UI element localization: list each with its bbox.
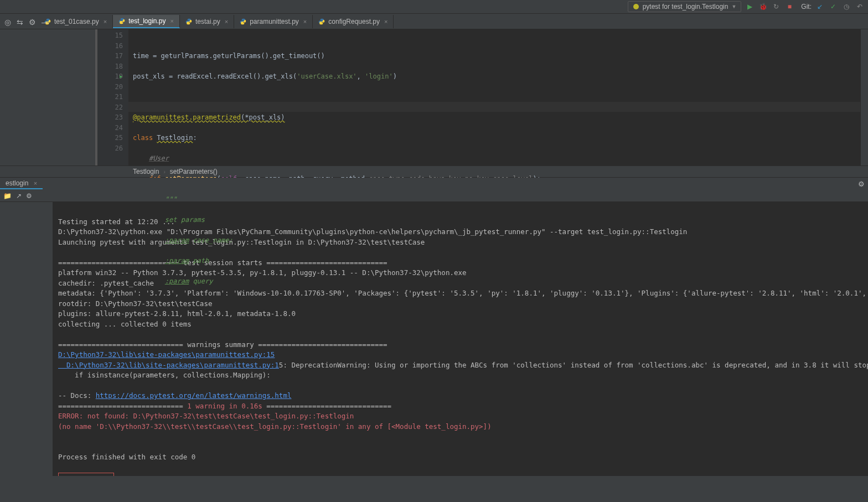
docs-link[interactable]: https://docs.pytest.org/en/latest/warnin… xyxy=(96,391,292,400)
empty-suite-badge: Empty suite xyxy=(58,473,114,476)
run-gutter-icon[interactable]: ▶ xyxy=(120,71,122,82)
run-panel-tabs: estlogin × ⚙ xyxy=(0,178,868,190)
run-config-selector[interactable]: pytest for test_login.Testlogin ▼ xyxy=(628,1,742,12)
top-toolbar: pytest for test_login.Testlogin ▼ ▶ 🐞 ↻ … xyxy=(0,0,868,14)
python-icon xyxy=(318,18,325,25)
chevron-down-icon: ▼ xyxy=(731,4,736,9)
project-sidebar-collapsed xyxy=(0,29,95,165)
git-history-button[interactable]: ◷ xyxy=(841,2,851,12)
tab-label: estlogin xyxy=(6,179,28,187)
python-icon xyxy=(118,18,125,24)
line-number: 15 xyxy=(97,30,123,41)
line-number: 21 xyxy=(97,92,123,102)
tab-paramunittest[interactable]: paramunittest.py × xyxy=(234,15,313,28)
scroll-marker-bar[interactable] xyxy=(860,29,868,165)
git-label: Git: xyxy=(801,3,812,11)
target-icon[interactable]: ◎ xyxy=(4,18,11,27)
tab-label: test_01case.py xyxy=(54,18,99,25)
line-number: 16 xyxy=(97,41,123,51)
line-gutter[interactable]: 15 16 17 18 19 20 21 22 23 24 25 26 ▶ xyxy=(97,29,128,165)
warning-link[interactable]: D:\Python37-32\lib\site-packages\paramun… xyxy=(58,361,279,369)
line-number: 17 xyxy=(97,51,123,61)
line-number: 18 xyxy=(97,61,123,72)
run-config-label: pytest for test_login.Testlogin xyxy=(643,3,728,11)
tab-label: test_login.py xyxy=(128,17,166,25)
close-icon[interactable]: × xyxy=(225,18,228,25)
line-number: 25 xyxy=(97,133,123,143)
close-icon[interactable]: × xyxy=(384,18,388,25)
editor[interactable]: 15 16 17 18 19 20 21 22 23 24 25 26 ▶ ti… xyxy=(0,29,868,165)
current-line-highlight xyxy=(128,102,860,112)
tab-configrequest[interactable]: configRequest.py × xyxy=(313,15,394,28)
tab-test-login[interactable]: test_login.py × xyxy=(113,15,180,28)
close-icon[interactable]: × xyxy=(104,18,107,25)
settings-icon[interactable]: ⚙ xyxy=(29,18,36,27)
line-number: 20 xyxy=(97,82,123,92)
run-tab-testlogin[interactable]: estlogin × xyxy=(0,178,43,189)
line-number: 22 xyxy=(97,102,123,113)
gear-icon[interactable]: ⚙ xyxy=(858,180,865,188)
line-number: 26 xyxy=(97,143,123,154)
test-tree-collapsed[interactable] xyxy=(0,202,53,476)
svg-point-0 xyxy=(633,4,639,9)
close-icon[interactable]: × xyxy=(170,18,174,24)
debug-button[interactable]: 🐞 xyxy=(758,2,768,12)
minimize-icon[interactable]: — xyxy=(42,18,49,27)
line-number: 24 xyxy=(97,123,123,133)
tab-testai[interactable]: testai.py × xyxy=(180,15,234,28)
pytest-icon xyxy=(633,3,639,10)
expand-icon[interactable]: ↗ xyxy=(16,192,22,200)
python-icon xyxy=(185,18,192,25)
coverage-button[interactable]: ↻ xyxy=(771,2,781,12)
line-number: 23 xyxy=(97,112,123,123)
close-icon[interactable]: × xyxy=(303,18,307,25)
collapse-icon[interactable]: ⇆ xyxy=(17,18,23,27)
tab-label: paramunittest.py xyxy=(250,18,299,25)
gear-icon[interactable]: ⚙ xyxy=(26,192,32,200)
folder-icon[interactable]: 📁 xyxy=(3,192,12,200)
tab-label: testai.py xyxy=(195,18,220,25)
editor-tabs: ◎ ⇆ ⚙ — test_01case.py × test_login.py ×… xyxy=(0,14,868,29)
tab-label: configRequest.py xyxy=(328,18,380,25)
git-pull-button[interactable]: ↙ xyxy=(815,2,825,12)
run-button[interactable]: ▶ xyxy=(745,2,755,12)
close-icon[interactable]: × xyxy=(34,180,37,187)
python-icon xyxy=(240,18,246,25)
stop-button[interactable]: ■ xyxy=(784,2,794,12)
git-revert-button[interactable]: ↶ xyxy=(855,2,865,12)
warning-link[interactable]: D:\Python37-32\lib\site-packages\paramun… xyxy=(58,350,275,359)
code-area[interactable]: time = geturlParams.geturlParams().get_t… xyxy=(128,29,860,165)
git-push-button[interactable]: ✓ xyxy=(828,2,838,12)
